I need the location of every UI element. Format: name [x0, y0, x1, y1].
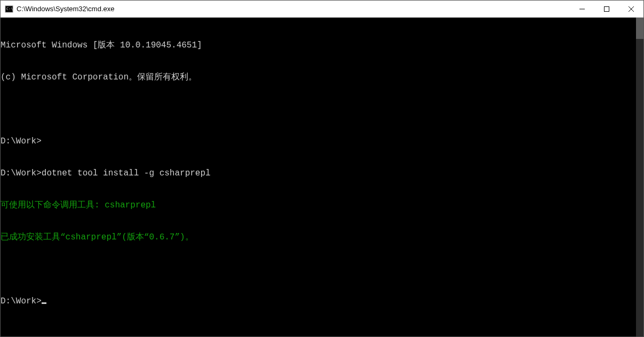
prompt-line: D:\Work>	[1, 136, 636, 147]
blank-line	[1, 104, 636, 115]
output-line: (c) Microsoft Corporation。保留所有权利。	[1, 72, 636, 83]
terminal[interactable]: Microsoft Windows [版本 10.0.19045.4651] (…	[1, 18, 636, 336]
prompt-line: D:\Work>dotnet tool install -g csharprep…	[1, 168, 636, 179]
cursor	[42, 302, 46, 304]
output-line: Microsoft Windows [版本 10.0.19045.4651]	[1, 40, 636, 51]
scrollbar[interactable]	[636, 18, 643, 336]
close-button[interactable]	[619, 1, 643, 17]
success-line: 已成功安装工具“csharprepl”(版本“0.6.7”)。	[1, 232, 636, 243]
window-controls	[570, 1, 643, 17]
prompt-prefix: D:\Work>	[1, 168, 42, 178]
titlebar[interactable]: C:\ C:\Windows\System32\cmd.exe	[1, 1, 643, 18]
prompt-prefix: D:\Work>	[1, 296, 42, 306]
cmd-window: C:\ C:\Windows\System32\cmd.exe Microsof…	[0, 0, 644, 337]
cmd-icon: C:\	[5, 5, 13, 13]
maximize-button[interactable]	[594, 1, 619, 17]
scrollbar-thumb[interactable]	[636, 18, 643, 39]
success-line: 可使用以下命令调用工具: csharprepl	[1, 200, 636, 211]
window-title: C:\Windows\System32\cmd.exe	[17, 5, 570, 13]
svg-rect-3	[605, 6, 609, 11]
blank-line	[1, 264, 636, 275]
minimize-button[interactable]	[570, 1, 594, 17]
prompt-line: D:\Work>	[1, 296, 636, 307]
svg-text:C:\: C:\	[6, 7, 13, 11]
command-text: dotnet tool install -g csharprepl	[42, 168, 211, 178]
terminal-container: Microsoft Windows [版本 10.0.19045.4651] (…	[1, 18, 643, 336]
